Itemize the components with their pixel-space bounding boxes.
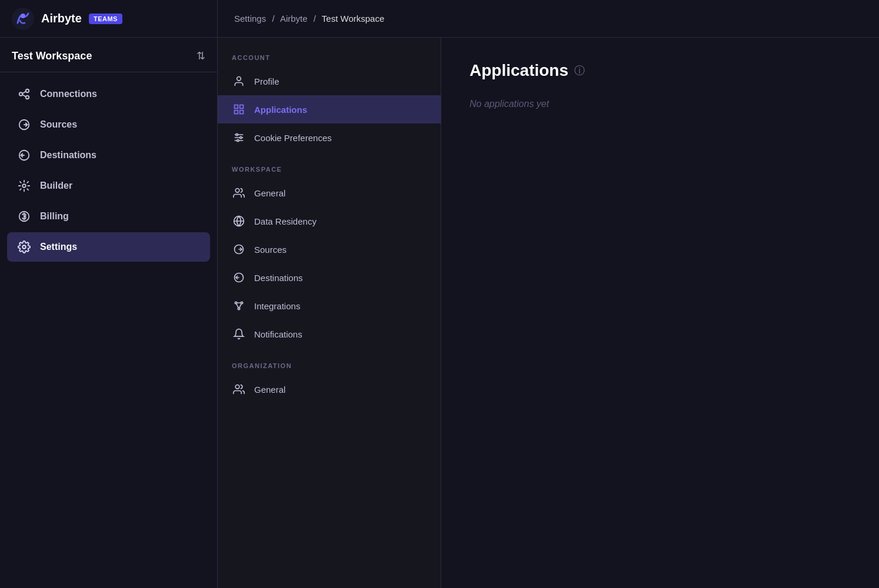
settings-section-title-workspace: WORKSPACE <box>218 166 441 179</box>
settings-item-integrations[interactable]: Integrations <box>218 292 441 320</box>
svg-point-0 <box>12 8 34 30</box>
chevron-updown-icon: ⇅ <box>197 49 205 62</box>
topbar: Airbyte TEAMS Settings / Airbyte / Test … <box>0 0 879 38</box>
sidebar-item-label-sources: Sources <box>40 119 77 130</box>
settings-icon <box>16 239 32 255</box>
svg-rect-14 <box>240 105 244 109</box>
settings-item-applications[interactable]: Applications <box>218 95 441 123</box>
airbyte-logo-icon <box>12 8 34 30</box>
info-icon[interactable]: ⓘ <box>574 64 585 78</box>
settings-section-title-account: ACCOUNT <box>218 54 441 67</box>
settings-item-label-data-residency: Data Residency <box>254 216 317 226</box>
svg-rect-15 <box>235 111 238 114</box>
users-icon <box>232 186 246 200</box>
settings-item-label-sources: Sources <box>254 245 287 255</box>
destinations-sm-icon <box>232 270 246 285</box>
main-layout: Test Workspace ⇅ Connections <box>0 38 879 588</box>
svg-point-23 <box>235 189 239 193</box>
workspace-name: Test Workspace <box>12 50 92 62</box>
svg-point-22 <box>237 139 239 141</box>
settings-item-label-general: General <box>254 188 285 198</box>
settings-item-label-applications: Applications <box>254 105 307 115</box>
settings-item-label-org-general: General <box>254 385 285 395</box>
settings-item-label-integrations: Integrations <box>254 301 300 311</box>
breadcrumb-sep1: / <box>272 14 274 24</box>
settings-panel: ACCOUNT Profile <box>218 38 441 588</box>
topbar-left: Airbyte TEAMS <box>0 0 218 37</box>
svg-point-2 <box>19 92 23 96</box>
builder-icon <box>16 178 32 193</box>
svg-line-32 <box>237 304 238 308</box>
sidebar-item-label-builder: Builder <box>40 181 72 191</box>
svg-point-3 <box>26 89 29 93</box>
sliders-icon <box>232 131 246 145</box>
workspace-selector[interactable]: Test Workspace ⇅ <box>0 38 217 72</box>
sidebar: Test Workspace ⇅ Connections <box>0 38 218 588</box>
svg-rect-16 <box>240 111 244 114</box>
svg-point-9 <box>22 184 26 188</box>
sidebar-item-billing[interactable]: Billing <box>7 202 210 231</box>
settings-item-org-general[interactable]: General <box>218 375 441 403</box>
sidebar-item-destinations[interactable]: Destinations <box>7 141 210 170</box>
sidebar-item-builder[interactable]: Builder <box>7 171 210 201</box>
breadcrumb-settings[interactable]: Settings <box>234 14 266 24</box>
breadcrumb-sep2: / <box>314 14 316 24</box>
settings-section-workspace: WORKSPACE General <box>218 166 441 348</box>
settings-item-data-residency[interactable]: Data Residency <box>218 207 441 235</box>
svg-point-34 <box>235 385 239 389</box>
teams-badge: TEAMS <box>89 14 122 24</box>
svg-line-6 <box>22 95 26 97</box>
settings-item-label-cookie-preferences: Cookie Preferences <box>254 133 332 143</box>
svg-point-1 <box>21 14 25 18</box>
settings-item-label-destinations: Destinations <box>254 273 303 283</box>
page-title: Applications <box>470 61 568 80</box>
breadcrumb-workspace[interactable]: Test Workspace <box>322 14 384 24</box>
settings-item-general[interactable]: General <box>218 179 441 207</box>
sources-sm-icon <box>232 242 246 256</box>
svg-line-33 <box>239 304 241 308</box>
svg-point-20 <box>236 133 238 135</box>
grid-icon <box>232 102 246 116</box>
sidebar-nav: Connections Sources <box>0 72 217 269</box>
settings-item-notifications[interactable]: Notifications <box>218 320 441 348</box>
sidebar-item-label-destinations: Destinations <box>40 150 96 161</box>
empty-state-text: No applications yet <box>470 99 851 109</box>
sidebar-item-sources[interactable]: Sources <box>7 110 210 139</box>
settings-section-organization: ORGANIZATION General <box>218 362 441 403</box>
settings-item-label-notifications: Notifications <box>254 329 302 339</box>
connections-icon <box>16 86 32 102</box>
bell-icon <box>232 327 246 341</box>
settings-item-sources[interactable]: Sources <box>218 235 441 263</box>
settings-item-label-profile: Profile <box>254 76 279 86</box>
content-title-row: Applications ⓘ <box>470 61 851 80</box>
svg-line-5 <box>22 91 26 93</box>
svg-point-12 <box>237 77 241 81</box>
settings-section-title-organization: ORGANIZATION <box>218 362 441 375</box>
sidebar-item-label-billing: Billing <box>40 211 69 222</box>
sources-icon <box>16 117 32 132</box>
sidebar-item-connections[interactable]: Connections <box>7 79 210 109</box>
settings-section-account: ACCOUNT Profile <box>218 54 441 152</box>
globe-icon <box>232 214 246 228</box>
user-icon <box>232 74 246 88</box>
settings-item-destinations[interactable]: Destinations <box>218 263 441 292</box>
sidebar-item-label-connections: Connections <box>40 89 97 99</box>
settings-item-cookie-preferences[interactable]: Cookie Preferences <box>218 123 441 152</box>
svg-point-4 <box>26 96 29 99</box>
breadcrumb-airbyte[interactable]: Airbyte <box>280 14 308 24</box>
breadcrumb: Settings / Airbyte / Test Workspace <box>218 14 401 24</box>
billing-icon <box>16 209 32 224</box>
settings-item-profile[interactable]: Profile <box>218 67 441 95</box>
sidebar-item-settings[interactable]: Settings <box>7 232 210 262</box>
logo-text: Airbyte <box>41 12 82 25</box>
integrations-icon <box>232 299 246 313</box>
destinations-icon <box>16 148 32 163</box>
svg-point-11 <box>22 245 26 249</box>
org-users-icon <box>232 382 246 396</box>
svg-point-21 <box>240 136 242 138</box>
content-area: Applications ⓘ No applications yet <box>441 38 879 588</box>
sidebar-item-label-settings: Settings <box>40 242 77 252</box>
svg-rect-13 <box>235 105 238 109</box>
